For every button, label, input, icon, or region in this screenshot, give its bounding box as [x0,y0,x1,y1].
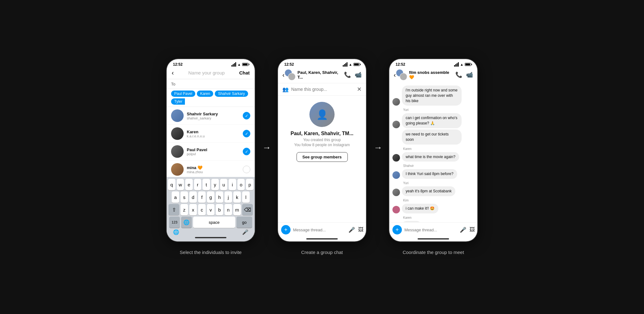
status-icons-2: ▲ [343,62,360,67]
plus-button-3[interactable]: + [392,225,402,234]
key-n[interactable]: n [225,204,232,215]
key-g[interactable]: g [207,191,214,203]
check-paul[interactable]: ✓ [243,148,250,155]
key-e[interactable]: e [185,179,193,190]
group-icon: 👥 [282,86,289,92]
key-h[interactable]: h [216,191,223,203]
phone2-body: 👤 Paul, Karen, Shahvir, TM... You create… [278,96,366,222]
battery-icon-1 [242,63,248,66]
chat-bubble-4: I think Yuri said 8pm before? [402,169,457,179]
phone-icon[interactable]: 📞 [344,71,351,78]
check-shahvir[interactable]: ✓ [243,112,250,119]
chat-bubble-3: what time is the movie again? [402,152,459,162]
key-l[interactable]: l [242,191,250,203]
back-button-2[interactable]: ‹ [282,71,285,79]
arrow2-wrapper: → [366,143,389,172]
key-v[interactable]: v [207,204,214,215]
key-r[interactable]: r [194,179,202,190]
contact-info-karen: Karen k.a.r.e.n.x.u [187,129,240,138]
mic-icon-3[interactable]: 🎤 [460,227,466,233]
avatar-karen [171,127,184,140]
check-karen[interactable]: ✓ [243,130,250,137]
key-u[interactable]: u [220,179,228,190]
key-i[interactable]: i [229,179,236,190]
phone3-header-actions: 📞 📹 [455,71,473,78]
key-c[interactable]: c [198,204,206,215]
see-members-button[interactable]: See group members [297,152,348,162]
home-bar-2 [306,238,338,240]
key-j[interactable]: j [225,191,232,203]
video-icon[interactable]: 📹 [355,71,362,78]
phone3-header: ‹ film snobs assemble 🧡 📞 📹 [389,68,477,83]
message-bar-2: + 🎤 🖼 ☺ [278,222,366,237]
group-name-input-label[interactable]: Name your group [188,70,225,75]
caption-step2: Create a group chat [301,250,343,255]
chip-shahvir[interactable]: Shahvir Sarkary [215,91,248,97]
message-input-3[interactable] [404,228,457,232]
contact-karen[interactable]: Karen k.a.r.e.n.x.u ✓ [167,125,255,143]
key-p[interactable]: p [246,179,253,190]
chat-bubble-6: i can make it!! 🤩 [402,204,438,213]
image-icon-3[interactable]: 🖼 [469,227,475,233]
delete-key[interactable]: ⌫ [242,204,253,215]
globe-icon[interactable]: 🌐 [173,229,179,235]
key-m[interactable]: m [233,204,241,215]
key-q[interactable]: q [168,179,175,190]
chip-tyler[interactable]: Tyler [171,98,185,105]
go-key[interactable]: go [236,217,252,228]
key-k[interactable]: k [233,191,241,203]
phone-icon-3[interactable]: 📞 [455,71,462,78]
wifi-icon-3: ▲ [460,63,464,66]
space-key[interactable]: space [193,217,235,228]
key-y[interactable]: y [211,179,219,190]
video-icon-3[interactable]: 📹 [466,71,473,78]
status-time-1: 12:52 [173,62,183,67]
num-key[interactable]: 123 [169,217,180,228]
key-b[interactable]: b [216,204,223,215]
avatar-paul [171,145,184,158]
close-button[interactable]: ✕ [357,86,362,93]
contact-list: Shahvir Sarkary shahvir_sarkary ✓ Karen … [167,107,255,177]
chat-button[interactable]: Chat [239,70,250,75]
chip-paul[interactable]: Paul Pavel [171,91,195,97]
check-mina[interactable] [243,166,250,173]
image-icon-2[interactable]: 🖼 [358,227,364,233]
chat-sender-6: Kim [403,199,474,202]
keyboard-row-3: ⇧ z x c v b n m ⌫ [168,204,253,215]
contact-mina[interactable]: mina 🧡 mina.zhou [167,161,255,177]
signal-bars-2 [343,62,347,67]
avatar-mina [171,163,184,176]
key-f[interactable]: f [198,191,206,203]
key-x[interactable]: x [189,204,197,215]
emoji-key[interactable]: 🌐 [181,217,192,228]
chat-avatar-4 [392,171,400,179]
mic-icon-2[interactable]: 🎤 [348,227,355,233]
shift-key[interactable]: ⇧ [169,204,179,215]
chat-bubble-0: i'm outside right now and some guy almos… [402,85,462,106]
chip-karen[interactable]: Karen [197,91,213,97]
key-o[interactable]: o [237,179,245,190]
key-s[interactable]: s [180,191,188,203]
plus-button-2[interactable]: + [281,225,291,234]
phone2-created-text: You created this group [303,138,341,142]
group-photo-large: 👤 [309,102,335,127]
contact-shahvir[interactable]: Shahvir Sarkary shahvir_sarkary ✓ [167,107,255,125]
key-w[interactable]: w [177,179,184,190]
message-input-2[interactable] [293,228,346,232]
phone3-wrapper: 12:52 ▲ ‹ [389,59,477,255]
avatar-shahvir [171,109,184,122]
name-group-input[interactable] [291,87,354,92]
contact-info-mina: mina 🧡 mina.zhou [187,165,240,174]
back-button-3[interactable]: ‹ [394,71,396,79]
message-icons-3: 🎤 🖼 ☺ [460,227,477,233]
message-bar-3: + 🎤 🖼 ☺ [389,222,477,237]
key-t[interactable]: t [203,179,210,190]
message-icons-2: 🎤 🖼 ☺ [348,227,366,233]
back-button-1[interactable]: ‹ [172,69,174,76]
contact-handle-paul: polpvl [187,152,240,156]
key-a[interactable]: a [172,191,179,203]
contact-paul[interactable]: Paul Pavel polpvl ✓ [167,143,255,161]
mic-icon[interactable]: 🎤 [242,229,248,235]
key-z[interactable]: z [180,204,188,215]
key-d[interactable]: d [189,191,197,203]
